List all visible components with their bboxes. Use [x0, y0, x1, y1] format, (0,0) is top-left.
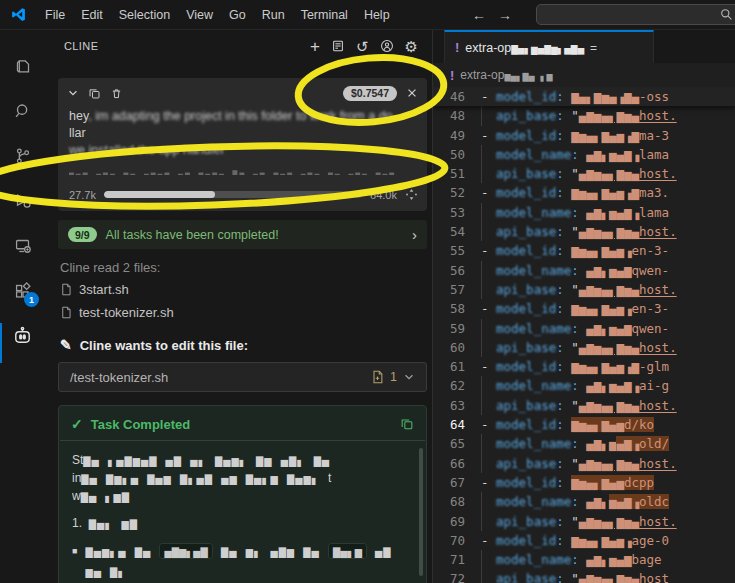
command-search-input[interactable] — [536, 4, 735, 25]
read-file-item[interactable]: test-tokenizer.sh — [45, 301, 432, 324]
account-icon[interactable] — [380, 39, 394, 53]
collapse-chevron-icon[interactable] — [67, 87, 79, 99]
file-name: 3start.sh — [79, 282, 129, 297]
menu-run[interactable]: Run — [254, 5, 293, 25]
close-task-icon[interactable] — [406, 87, 418, 99]
yaml-value-redacted: ▄▆▅▄▖▆▅▄host. — [579, 456, 677, 471]
code-line[interactable]: 64 -model_id: ▆▅▄▖▆▄▅d/ko — [433, 415, 735, 434]
yaml-dash: - — [481, 531, 496, 550]
explorer-icon[interactable] — [0, 43, 45, 88]
redacted-text: ▆▄ ▖▅▆ — [81, 489, 130, 503]
menu-go[interactable]: Go — [221, 5, 254, 25]
code-line[interactable]: 54 api_base: "▄▆▅▄▖▆▅▄host. — [433, 222, 735, 241]
menu-selection[interactable]: Selection — [111, 5, 178, 25]
code-content: -model_id: ▆▅▄▖▆▄▅▗en-3- — [481, 241, 735, 260]
code-line[interactable]: 46 -model_id: ▆▄▖▆▅▄▗▆▄-oss — [433, 87, 735, 106]
code-line[interactable]: 70 -model_id: ▆▅▄▖▆▄▅▗age-0 — [433, 531, 735, 550]
code-line[interactable]: 71 model_name: ▄▆▖▅▄▆bage — [433, 550, 735, 569]
cline-robot-icon[interactable] — [0, 313, 45, 358]
code-content: model_name: ▄▆▖▅▄▆qwen- — [481, 319, 735, 338]
code-line[interactable]: 48 api_base: "▄▆▅▄▖▆▅▄host. — [433, 106, 735, 125]
code-line[interactable]: 49 -model_id: ▆▅▄▖▆▄▅▗▆ma-3 — [433, 126, 735, 145]
yaml-key-redacted: api_base — [496, 398, 556, 413]
code-value-tail: ma3. — [639, 185, 669, 200]
code-line[interactable]: 57 api_base: "▄▆▅▄▖▆▅▄host. — [433, 280, 735, 299]
yaml-key-redacted: model_id — [496, 475, 556, 490]
edit-file-path-bar[interactable]: /test-tokenizer.sh 1 — [58, 362, 427, 392]
scrollbar-thumb[interactable] — [419, 448, 423, 576]
read-file-item[interactable]: 3start.sh — [45, 278, 432, 301]
remote-explorer-icon[interactable] — [0, 223, 45, 268]
code-value-tail: ma-3 — [639, 128, 669, 143]
expand-context-icon[interactable] — [405, 188, 418, 201]
indent-guide — [481, 319, 496, 338]
tab-extra-openai-models[interactable]: ! extra-op▆▄▖▅▄▆▅▖▄▆▄ = — [444, 30, 654, 63]
todo-progress-row[interactable]: 9/9 All tasks have been completed! › — [58, 220, 427, 249]
code-line[interactable]: 52 -model_id: ▆▅▄▖▆▄▅▗▆ma3. — [433, 183, 735, 202]
code-line[interactable]: 65 model_name: ▄▆▖▅▄▆▗old/ — [433, 434, 735, 453]
code-content: model_name: ▄▆▖▅▄▆▗oldc — [481, 492, 735, 511]
code-line[interactable]: 53 model_name: ▄▆▖▅▄▆▗lama — [433, 203, 735, 222]
menu-view[interactable]: View — [178, 5, 221, 25]
code-value-tail: qwen- — [631, 263, 669, 278]
extensions-icon[interactable]: 1 — [0, 268, 45, 313]
code-line[interactable]: 56 model_name: ▄▆▖▅▄▆qwen- — [433, 261, 735, 280]
code-value-tail: bage — [631, 552, 661, 567]
mcp-servers-icon[interactable] — [331, 39, 345, 53]
menu-edit[interactable]: Edit — [73, 5, 111, 25]
code-line[interactable]: 69 api_base: "▄▆▅▄▖▆▅▄host. — [433, 512, 735, 531]
code-line[interactable]: 66 api_base: "▄▆▅▄▖▆▅▄host. — [433, 454, 735, 473]
chevron-down-icon[interactable] — [403, 371, 415, 383]
task-prompt-text[interactable]: hey, im adapting the project in this fol… — [58, 108, 427, 181]
search-sidebar-icon[interactable] — [0, 88, 45, 133]
quote-mark: " — [571, 282, 579, 297]
copy-result-icon[interactable] — [400, 417, 414, 431]
code-content: -model_id: ▆▅▄▖▆▄▅▗age-0 — [481, 531, 735, 550]
forward-arrow-icon[interactable]: → — [498, 7, 512, 23]
code-content: model_name: ▄▆▖▅▄▆qwen- — [481, 261, 735, 280]
code-line[interactable]: 50 model_name: ▄▆▖▅▄▆▗lama — [433, 145, 735, 164]
code-line[interactable]: 59 model_name: ▄▆▖▅▄▆qwen- — [433, 319, 735, 338]
code-line[interactable]: 55 -model_id: ▆▅▄▖▆▄▅▗en-3- — [433, 241, 735, 260]
menu-terminal[interactable]: Terminal — [293, 5, 356, 25]
code-line[interactable]: 67 -model_id: ▆▅▄▖▆▄▅dcpp — [433, 473, 735, 492]
tab-dirty-indicator[interactable]: = — [590, 41, 597, 55]
yaml-dash: - — [481, 126, 496, 145]
code-line[interactable]: 68 model_name: ▄▆▖▅▄▆▗oldc — [433, 492, 735, 511]
code-line[interactable]: 62 model_name: ▄▆▖▅▄▆▗ai-g — [433, 376, 735, 395]
settings-icon[interactable]: ⚙ — [405, 39, 418, 54]
yaml-key-redacted: model_name — [496, 147, 571, 162]
breadcrumb[interactable]: ! extra-op▅▄▖▆▄ ▖▅ — [433, 63, 735, 87]
code-line[interactable]: 61 -model_id: ▆▅▄▖▆▄▅▗▆-glm — [433, 357, 735, 376]
back-arrow-icon[interactable]: ← — [472, 7, 486, 23]
yaml-key-redacted: model_id — [496, 417, 556, 432]
code-content: model_name: ▄▆▖▅▄▆▗ai-g — [481, 376, 735, 395]
code-line[interactable]: 58 -model_id: ▆▅▄▖▆▄▅▗en-3- — [433, 299, 735, 318]
code-content: model_name: ▄▆▖▅▄▆▗old/ — [481, 434, 735, 453]
run-debug-icon[interactable] — [0, 178, 45, 223]
code-line[interactable]: 60 api_base: "▄▆▅▄▖▆▅▄host. — [433, 338, 735, 357]
api-cost-badge[interactable]: $0.7547 — [343, 86, 397, 101]
menu-file[interactable]: File — [37, 5, 73, 25]
quote-mark: " — [571, 108, 579, 123]
redacted-text: ▆▄ ▖▄▆▅▄▆ ▄▆ ▄▖ ▆▄▅▖ ▆▅ ▄▆▖ ▆▄ — [83, 453, 330, 467]
copy-task-icon[interactable] — [88, 87, 101, 100]
redacted-text: ▆▄▖▅▄▆▅▖▄▆▄ — [511, 42, 584, 55]
yaml-value-redacted: ▄▆▖▅▄▆▗lama — [586, 205, 669, 220]
code-line[interactable]: 63 api_base: "▄▆▅▄▖▆▅▄host. — [433, 396, 735, 415]
code-line[interactable]: 51 api_base: "▄▆▅▄▖▆▅▄host. — [433, 164, 735, 183]
indent-guide — [481, 338, 496, 357]
code-line[interactable]: 72 api_base: "▄▆▅▄▖▆▅▄host — [433, 569, 735, 583]
search-match-highlight: ▆▅▄▖▆▄▅dcpp — [571, 475, 654, 490]
yaml-key-redacted: model_name — [496, 552, 571, 567]
indent-guide — [481, 569, 496, 583]
code-editor[interactable]: 46 -model_id: ▆▄▖▆▅▄▗▆▄-oss 48 api_base:… — [433, 87, 735, 583]
history-icon[interactable]: ↺ — [356, 39, 369, 54]
search-match-highlight: ▄▆▗old/ — [616, 436, 669, 451]
new-task-icon[interactable]: + — [310, 38, 320, 55]
delete-task-icon[interactable] — [110, 87, 123, 100]
line-number: 60 — [433, 338, 481, 357]
source-control-icon[interactable] — [0, 133, 45, 178]
line-number: 63 — [433, 396, 481, 415]
menu-help[interactable]: Help — [356, 5, 398, 25]
